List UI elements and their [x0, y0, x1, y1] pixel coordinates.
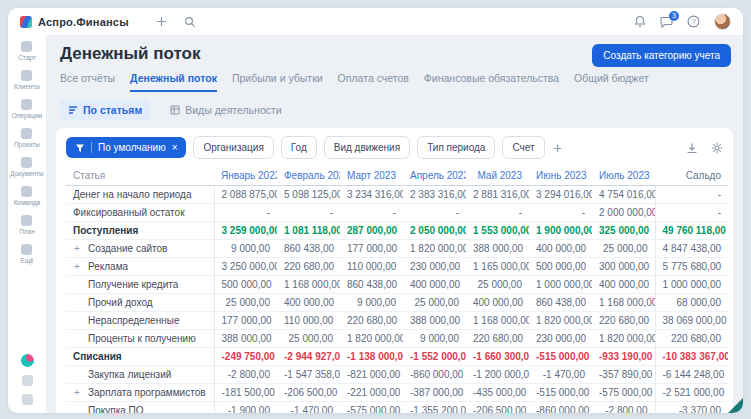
table-row[interactable]: Покупка ПО-1 900,00-1 470,00-575 000,00-… — [66, 401, 728, 413]
support-icon[interactable] — [22, 394, 33, 405]
view-tabs: По статьям Виды деятельности — [46, 92, 743, 120]
brand[interactable]: Аспро.Финансы — [20, 16, 129, 28]
saldo-cell: -2 521 000,00 — [655, 383, 728, 401]
expand-icon[interactable]: + — [74, 261, 80, 272]
column-header-label: Статья — [66, 167, 214, 185]
download-icon[interactable] — [685, 141, 698, 154]
bell-icon[interactable] — [633, 15, 646, 28]
sidebar-item-team[interactable]: Команда — [10, 186, 44, 206]
column-header-saldo: Сальдо — [655, 167, 728, 185]
filter-chip[interactable]: Организация — [193, 136, 273, 159]
row-label: Поступления — [66, 221, 214, 239]
topbar: Аспро.Финансы 3 ? — [8, 8, 743, 35]
row-label: Фиксированный остаток — [66, 203, 214, 221]
column-header-month[interactable]: Январь 2023 — [214, 167, 277, 185]
saldo-cell: 220 680,00 — [655, 329, 728, 347]
table-row[interactable]: Фиксированный остаток------2 000 000,00- — [66, 203, 728, 221]
column-header-month[interactable]: Май 2023 — [466, 167, 529, 185]
sidebar-item-projects[interactable]: Проекты — [10, 128, 44, 148]
create-category-button[interactable]: Создать категорию учета — [592, 44, 731, 67]
sidebar-item-plan[interactable]: План — [10, 215, 44, 235]
value-cell: 25 000,00 — [466, 275, 529, 293]
expand-icon[interactable]: + — [74, 387, 80, 398]
value-cell: -1 138 000,00 — [340, 347, 403, 365]
tab-оплата-счетов[interactable]: Оплата счетов — [338, 72, 409, 92]
add-filter-button[interactable]: + — [552, 140, 564, 156]
sidebar-item-operations[interactable]: Операции — [10, 99, 44, 119]
tab-все-отчёты[interactable]: Все отчёты — [60, 72, 115, 92]
gear-icon[interactable] — [710, 141, 723, 154]
table-row[interactable]: Закупка лицензий-2 800,00-1 547 358,00-8… — [66, 365, 728, 383]
sidebar-item-documents[interactable]: Документы — [10, 157, 44, 177]
filter-clear-icon[interactable]: × — [172, 142, 178, 153]
value-cell: 1 000 000,00 — [529, 275, 592, 293]
user-avatar[interactable] — [714, 13, 731, 30]
view-tab-by-items[interactable]: По статьям — [60, 100, 150, 120]
value-cell: 860 438,00 — [340, 275, 403, 293]
value-cell: -821 000,00 — [340, 365, 403, 383]
column-header-month[interactable]: Февраль 2023 — [277, 167, 340, 185]
column-header-month[interactable]: Июль 2023 — [592, 167, 655, 185]
value-cell: -1 552 000,00 — [403, 347, 466, 365]
chat-icon[interactable]: 3 — [660, 15, 673, 28]
sidebar-item-more[interactable]: Ещё — [10, 244, 44, 264]
value-cell: -1 200 000,00 — [466, 365, 529, 383]
view-tab-by-items-label: По статьям — [83, 104, 142, 116]
column-header-month[interactable]: Март 2023 — [340, 167, 403, 185]
svg-text:?: ? — [691, 17, 695, 26]
filter-chips: ОрганизацияГодВид движенияТип периодаСче… — [193, 136, 544, 159]
corner-widget-icon[interactable] — [728, 398, 743, 413]
table-row[interactable]: Прочий доход25 000,00400 000,009 000,002… — [66, 293, 728, 311]
tab-финансовые-обязательства[interactable]: Финансовые обязательства — [424, 72, 559, 92]
row-label: Получение кредита — [66, 275, 214, 293]
value-cell: 1 168 000,00 — [466, 311, 529, 329]
value-cell: -181 500,00 — [214, 383, 277, 401]
value-cell: 1 820 000,00 — [403, 239, 466, 257]
value-cell: 500 000,00 — [214, 275, 277, 293]
filter-chip[interactable]: Вид движения — [324, 136, 410, 159]
view-tab-by-activity[interactable]: Виды деятельности — [162, 100, 289, 120]
value-cell: -206 500,00 — [466, 401, 529, 413]
value-cell: 1 820 000,00 — [529, 311, 592, 329]
integrations-icon[interactable] — [22, 375, 33, 386]
tab-денежный-поток[interactable]: Денежный поток — [130, 72, 217, 92]
value-cell: -1 470,00 — [529, 365, 592, 383]
operations-icon — [21, 99, 32, 110]
table-row[interactable]: Поступления3 259 000,001 081 118,00287 0… — [66, 221, 728, 239]
filter-chip[interactable]: Тип периода — [417, 136, 495, 159]
value-cell: 2 383 316,00 — [403, 185, 466, 203]
documents-icon — [21, 157, 32, 168]
search-icon[interactable] — [184, 15, 197, 28]
sidebar-item-start[interactable]: Старт — [10, 41, 44, 61]
table-row[interactable]: +Зарплата программистов-181 500,00-206 5… — [66, 383, 728, 401]
saldo-cell: -3 370,00 — [655, 401, 728, 413]
add-icon[interactable] — [155, 15, 168, 28]
table-row[interactable]: Нераспределенные177 000,00110 000,00220 … — [66, 311, 728, 329]
team-icon — [21, 186, 32, 197]
value-cell: -2 800,00 — [592, 401, 655, 413]
value-cell: 110 000,00 — [340, 257, 403, 275]
filter-default-button[interactable]: По умолчанию × — [66, 137, 186, 158]
tab-общий-бюджет[interactable]: Общий бюджет — [574, 72, 649, 92]
sidebar-item-clients[interactable]: Клиенты — [10, 70, 44, 90]
table-row[interactable]: Списания-249 750,00-2 944 927,00-1 138 0… — [66, 347, 728, 365]
value-cell: 1 081 118,00 — [277, 221, 340, 239]
help-icon[interactable]: ? — [687, 15, 700, 28]
table-row[interactable]: +Реклама3 250 000,00220 680,00110 000,00… — [66, 257, 728, 275]
value-cell: -1 547 358,00 — [277, 365, 340, 383]
table-row[interactable]: Проценты к получению388 000,0025 000,001… — [66, 329, 728, 347]
view-tab-by-activity-label: Виды деятельности — [185, 104, 281, 116]
sidebar-item-label: План — [19, 228, 35, 235]
workspace-logo-icon[interactable] — [21, 354, 34, 367]
row-label: +Зарплата программистов — [66, 383, 214, 401]
column-header-month[interactable]: Апрель 2023 — [403, 167, 466, 185]
table-row[interactable]: Получение кредита500 000,001 168 000,008… — [66, 275, 728, 293]
table-row[interactable]: Денег на начало периода2 088 875,005 098… — [66, 185, 728, 203]
expand-icon[interactable]: + — [74, 243, 80, 254]
tab-прибыли-и-убытки[interactable]: Прибыли и убытки — [232, 72, 323, 92]
table-row[interactable]: +Создание сайтов9 000,00860 438,00177 00… — [66, 239, 728, 257]
filter-chip[interactable]: Год — [281, 136, 317, 159]
main-area: Денежный поток Создать категорию учета В… — [46, 35, 743, 413]
column-header-month[interactable]: Июнь 2023 — [529, 167, 592, 185]
filter-chip[interactable]: Счет — [502, 136, 544, 159]
